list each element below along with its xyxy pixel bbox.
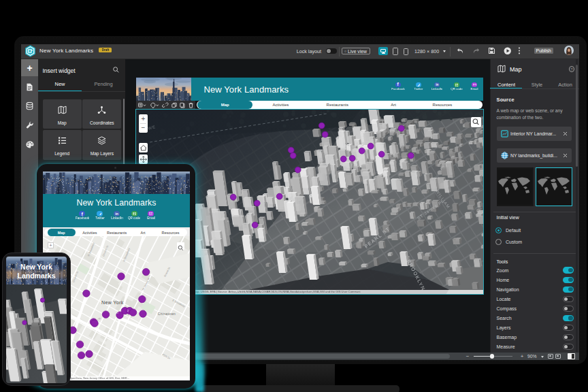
svg-text:New York: New York [101, 300, 124, 305]
svg-text:2: 2 [127, 310, 129, 312]
svg-text:O: O [116, 312, 118, 314]
svg-text:Chinatown: Chinatown [158, 312, 176, 316]
